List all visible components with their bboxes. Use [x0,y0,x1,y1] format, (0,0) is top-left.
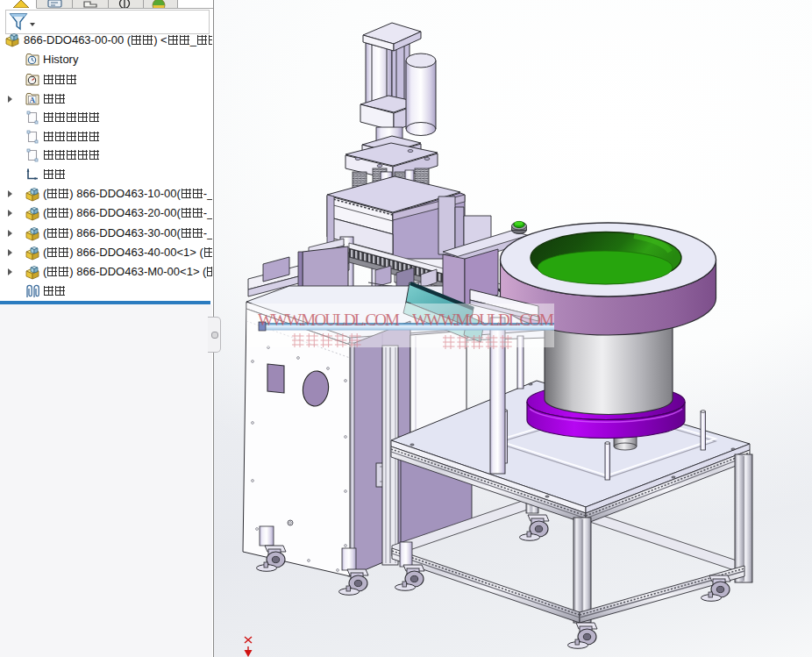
svg-text:WWW.MOULDL.COM: WWW.MOULDL.COM [258,311,400,329]
svg-text:A: A [29,95,35,104]
svg-text:WWW.MOULDL.COM: WWW.MOULDL.COM [412,311,554,329]
